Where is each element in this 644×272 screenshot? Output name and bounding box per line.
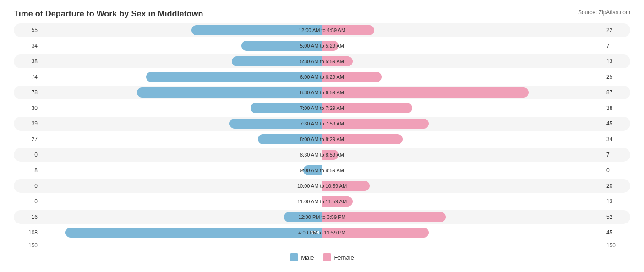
male-count: 8 (14, 167, 41, 174)
table-row: 1081084:00 PM to 11:59 PM45 (14, 226, 630, 239)
axis-row: 150 150 (14, 242, 630, 249)
male-bar (137, 87, 322, 98)
female-count: 52 (603, 214, 630, 220)
female-count: 7 (603, 43, 630, 49)
table-row: 5512:00 AM to 4:59 AM22 (14, 23, 630, 37)
time-label: 5:00 AM to 5:29 AM (300, 43, 344, 49)
table-row: 307:00 AM to 7:29 AM38 (14, 101, 630, 115)
legend: Male Female (14, 253, 630, 261)
table-row: 1612:00 PM to 3:59 PM52 (14, 210, 630, 224)
female-count: 45 (603, 229, 630, 236)
time-label: 6:00 AM to 6:29 AM (300, 74, 344, 80)
time-label: 7:30 AM to 7:59 AM (300, 121, 344, 126)
time-label: 12:00 PM to 3:59 PM (298, 214, 345, 220)
female-count: 13 (603, 198, 630, 205)
male-bar: 108 (65, 228, 322, 238)
table-row: 89:00 AM to 9:59 AM0 (14, 163, 630, 177)
male-count: 78 (14, 89, 41, 96)
male-count: 108 (14, 229, 41, 236)
table-row: 010:00 AM to 10:59 AM20 (14, 179, 630, 193)
male-label: Male (301, 254, 314, 261)
time-label: 10:00 AM to 10:59 AM (297, 183, 347, 189)
legend-male: Male (290, 253, 314, 261)
time-label: 11:00 AM to 11:59 AM (297, 199, 347, 204)
male-count: 38 (14, 58, 41, 65)
male-count: 16 (14, 214, 41, 220)
axis-right: 150 (603, 242, 630, 249)
female-count: 22 (603, 27, 630, 33)
male-count: 27 (14, 136, 41, 142)
table-row: 786:30 AM to 6:59 AM87 (14, 86, 630, 99)
legend-female: Female (323, 253, 354, 261)
time-label: 4:00 PM to 11:59 PM (298, 230, 345, 235)
male-bar (146, 72, 322, 82)
male-count: 74 (14, 74, 41, 80)
chart-source: Source: ZipAtlas.com (578, 9, 630, 16)
female-count: 13 (603, 58, 630, 65)
female-swatch (323, 253, 331, 261)
male-count: 0 (14, 152, 41, 158)
male-count: 0 (14, 198, 41, 205)
female-count: 7 (603, 152, 630, 158)
female-count: 87 (603, 89, 630, 96)
chart-title: Time of Departure to Work by Sex in Midd… (14, 9, 630, 19)
time-label: 12:00 AM to 4:59 AM (299, 27, 345, 33)
table-row: 278:00 AM to 8:29 AM34 (14, 132, 630, 146)
female-count: 34 (603, 136, 630, 142)
female-count: 38 (603, 105, 630, 111)
male-count: 55 (14, 27, 41, 33)
male-count: 39 (14, 120, 41, 127)
female-count: 20 (603, 183, 630, 189)
female-count: 0 (603, 167, 630, 174)
time-label: 7:00 AM to 7:29 AM (300, 105, 344, 111)
chart-area: 5512:00 AM to 4:59 AM22345:00 AM to 5:29… (14, 23, 630, 239)
table-row: 08:30 AM to 8:59 AM7 (14, 148, 630, 162)
table-row: 385:30 AM to 5:59 AM13 (14, 54, 630, 68)
female-count: 45 (603, 120, 630, 127)
table-row: 011:00 AM to 11:59 AM13 (14, 195, 630, 208)
male-swatch (290, 253, 298, 261)
time-label: 8:30 AM to 8:59 AM (300, 152, 344, 158)
axis-left: 150 (14, 242, 41, 249)
male-count: 34 (14, 43, 41, 49)
table-row: 397:30 AM to 7:59 AM45 (14, 117, 630, 131)
time-label: 5:30 AM to 5:59 AM (300, 59, 344, 64)
male-count: 0 (14, 183, 41, 189)
table-row: 345:00 AM to 5:29 AM7 (14, 39, 630, 53)
female-bar (322, 87, 529, 98)
male-count: 30 (14, 105, 41, 111)
time-label: 8:00 AM to 8:29 AM (300, 136, 344, 142)
chart-container: Time of Departure to Work by Sex in Midd… (0, 0, 644, 272)
time-label: 9:00 AM to 9:59 AM (300, 168, 344, 173)
female-count: 25 (603, 74, 630, 80)
time-label: 6:30 AM to 6:59 AM (300, 90, 344, 95)
table-row: 746:00 AM to 6:29 AM25 (14, 70, 630, 84)
female-label: Female (334, 254, 354, 261)
